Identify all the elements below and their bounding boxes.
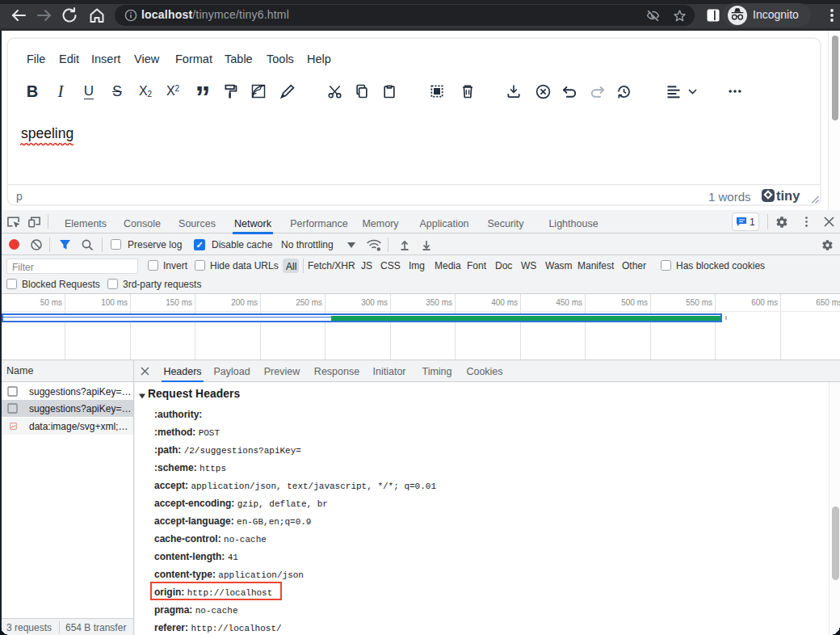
svg-text:tiny: tiny — [776, 188, 800, 203]
